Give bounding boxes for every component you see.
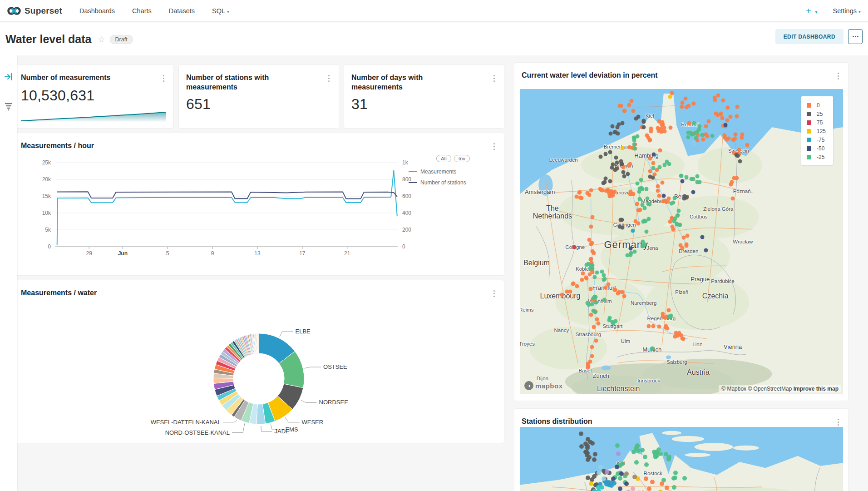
nav-item-sql[interactable]: SQL▾ <box>212 7 229 15</box>
station-dot <box>680 246 684 250</box>
station-dot <box>633 250 637 254</box>
station-dot <box>608 179 612 183</box>
card-menu-button[interactable] <box>492 73 497 84</box>
legend-swatch <box>807 129 811 134</box>
station-dot <box>666 457 671 461</box>
station-dot <box>648 157 652 161</box>
station-dot <box>681 337 686 341</box>
station-dot <box>592 325 596 329</box>
station-dot <box>642 219 646 223</box>
map-legend-item[interactable]: 25 <box>807 109 826 118</box>
station-dot <box>691 101 695 105</box>
station-dot <box>613 130 617 134</box>
kpi-title: Number of measurements <box>21 73 110 83</box>
svg-text:9: 9 <box>211 250 214 257</box>
legend-inv-pill[interactable]: Inv <box>454 155 470 162</box>
station-dot <box>640 187 644 191</box>
map-city-label: Amsterdam <box>525 188 555 195</box>
station-dot <box>706 119 710 124</box>
station-dot <box>632 475 637 479</box>
donut-label: NORD-OSTSEE-KANAL <box>165 429 230 436</box>
mapbox-logo[interactable]: ◑mapbox <box>524 381 563 390</box>
station-dot <box>595 317 599 321</box>
station-dot <box>700 133 704 137</box>
station-dot <box>704 248 708 252</box>
station-dot <box>611 476 616 481</box>
superset-logo[interactable]: Superset <box>7 6 62 16</box>
map-city-label: Jena <box>646 245 658 251</box>
map-legend-item[interactable]: -75 <box>807 135 826 144</box>
legend-all-pill[interactable]: All <box>436 155 451 162</box>
deviation-map[interactable]: LeeuwardenKielRostockSzczecinBremerhaven… <box>520 89 843 394</box>
legend-label: Number of stations <box>420 179 466 186</box>
station-dot <box>619 471 624 476</box>
donut-slice[interactable] <box>258 333 259 353</box>
header-more-button[interactable] <box>848 29 863 44</box>
station-dot <box>632 139 636 143</box>
station-dot <box>590 345 594 349</box>
station-dot <box>568 290 572 294</box>
map-city-label: Belgium <box>520 259 562 267</box>
map-city-label: Ulm <box>621 338 630 344</box>
map-legend-item[interactable]: 125 <box>807 127 826 135</box>
legend-swatch <box>807 120 811 125</box>
settings-menu[interactable]: Settings▾ <box>833 7 861 15</box>
nav-item-datasets[interactable]: Datasets <box>169 7 195 15</box>
legend-label: -25 <box>817 154 824 160</box>
station-dot <box>632 147 636 151</box>
station-dot <box>634 446 638 451</box>
map-legend-item[interactable]: 75 <box>807 118 826 127</box>
station-dot <box>665 160 669 164</box>
legend-item[interactable]: Number of stations <box>409 179 498 186</box>
station-dot <box>682 476 687 481</box>
station-dot <box>673 471 678 475</box>
stations-map[interactable]: KielRostockBremerhaven <box>520 427 843 491</box>
station-dot <box>685 105 689 109</box>
svg-text:0: 0 <box>402 243 405 250</box>
legend-label: 25 <box>817 111 823 117</box>
map-city-label: Nancy <box>554 327 569 333</box>
station-dot <box>745 143 750 147</box>
nav-item-charts[interactable]: Charts <box>132 7 152 15</box>
card-menu-button[interactable] <box>836 71 841 81</box>
nav-item-dashboards[interactable]: Dashboards <box>79 7 115 15</box>
station-dot <box>608 131 612 135</box>
expand-filter-bar-icon[interactable] <box>0 73 17 81</box>
donut-label: OSTSEE <box>323 363 347 370</box>
card-menu-button[interactable] <box>326 73 331 84</box>
card-menu-button[interactable] <box>492 288 497 299</box>
donut-chart[interactable]: ELBEOSTSEENORDSEEWESEREMSJADENORD-OSTSEE… <box>14 299 504 440</box>
new-item-button[interactable]: + ▾ <box>806 6 817 16</box>
svg-text:10k: 10k <box>42 210 51 216</box>
card-menu-button[interactable] <box>492 141 497 152</box>
station-dot <box>677 223 681 227</box>
station-dot <box>729 115 733 119</box>
favorite-star-icon[interactable]: ☆ <box>98 35 105 45</box>
legend-swatch <box>409 171 417 172</box>
station-dot <box>637 190 641 194</box>
station-dot <box>590 354 594 358</box>
improve-map-link[interactable]: Improve this map <box>794 386 838 392</box>
station-dot <box>738 159 742 164</box>
station-dot <box>610 124 614 128</box>
station-dot <box>651 175 655 179</box>
map-legend-item[interactable]: -25 <box>807 153 826 161</box>
card-menu-button[interactable] <box>161 73 166 84</box>
map-legend-item[interactable]: 0 <box>807 101 826 109</box>
station-dot <box>593 310 597 314</box>
station-dot <box>692 121 696 125</box>
station-dot <box>636 181 640 185</box>
station-dot <box>658 451 663 456</box>
station-dot <box>606 481 611 486</box>
attribution-text[interactable]: © Mapbox © OpenStreetMap <box>721 386 793 392</box>
station-dot <box>626 172 630 176</box>
svg-text:5k: 5k <box>45 227 51 233</box>
station-dot <box>602 476 606 481</box>
station-dot <box>723 123 727 127</box>
filter-icon[interactable] <box>0 102 17 111</box>
station-dot <box>634 460 639 465</box>
legend-item[interactable]: Measurements <box>409 169 498 175</box>
map-legend-item[interactable]: -50 <box>807 144 826 153</box>
card-menu-button[interactable] <box>836 417 841 427</box>
edit-dashboard-button[interactable]: EDIT DASHBOARD <box>775 29 843 44</box>
